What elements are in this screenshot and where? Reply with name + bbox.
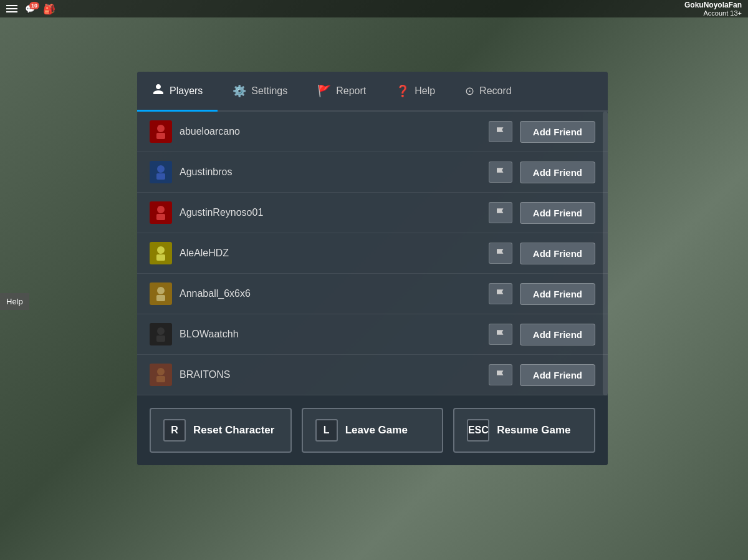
player-name: Annaball_6x6x6	[180, 288, 481, 299]
tab-bar: Players ⚙️ Settings 🚩 Report ❓ Help ⊙ Re…	[137, 72, 608, 112]
add-friend-button[interactable]: Add Friend	[520, 121, 595, 143]
player-name: BLOWaatchh	[180, 329, 481, 340]
tab-players-label: Players	[170, 85, 203, 97]
flag-button[interactable]	[489, 202, 512, 223]
player-row: Annaball_6x6x6 Add Friend	[137, 274, 608, 314]
help-side-button[interactable]: Help	[0, 293, 29, 310]
tab-record[interactable]: ⊙ Record	[450, 72, 527, 112]
player-avatar	[150, 120, 172, 143]
chat-button[interactable]: 💬 10	[25, 4, 36, 14]
settings-icon: ⚙️	[233, 84, 246, 98]
reset-character-label: Reset Character	[193, 424, 274, 437]
record-icon: ⊙	[465, 84, 474, 98]
top-bar-left: 💬 10 🎒	[6, 3, 55, 15]
add-friend-button[interactable]: Add Friend	[520, 202, 595, 224]
svg-rect-5	[156, 214, 165, 220]
add-friend-button[interactable]: Add Friend	[520, 364, 595, 386]
account-type: Account 13+	[684, 9, 742, 17]
player-list: abueloarcano Add Friend Agustinbros Add …	[137, 112, 608, 395]
add-friend-button[interactable]: Add Friend	[520, 283, 595, 305]
player-row: AleAleHDZ Add Friend	[137, 233, 608, 274]
scrollbar[interactable]	[603, 112, 608, 395]
player-avatar	[150, 242, 172, 264]
player-name: AleAleHDZ	[180, 248, 481, 259]
flag-button[interactable]	[489, 121, 512, 142]
svg-point-8	[157, 287, 165, 294]
tab-players[interactable]: Players	[137, 72, 218, 112]
player-rows-container: abueloarcano Add Friend Agustinbros Add …	[137, 112, 608, 395]
flag-button[interactable]	[489, 364, 512, 385]
svg-rect-3	[156, 173, 165, 180]
reset-character-button[interactable]: R Reset Character	[150, 408, 292, 453]
chat-badge: 10	[29, 2, 39, 9]
players-icon	[152, 83, 165, 99]
reset-key-badge: R	[163, 419, 186, 442]
player-name: AgustinReynoso01	[180, 207, 481, 218]
tab-help-label: Help	[415, 85, 435, 97]
add-friend-button[interactable]: Add Friend	[520, 324, 595, 345]
player-name: BRAITONS	[180, 369, 481, 380]
bottom-actions: R Reset Character L Leave Game ESC Resum…	[137, 395, 608, 465]
help-icon: ❓	[396, 84, 410, 98]
user-info: GokuNoyolaFan Account 13+	[684, 1, 742, 17]
leave-key-badge: L	[315, 419, 338, 442]
tab-settings[interactable]: ⚙️ Settings	[218, 72, 302, 112]
resume-key-badge: ESC	[467, 419, 489, 442]
player-row: BRAITONS Add Friend	[137, 355, 608, 395]
svg-rect-13	[156, 376, 165, 382]
svg-point-4	[157, 206, 165, 213]
report-icon: 🚩	[317, 84, 331, 98]
player-name: abueloarcano	[180, 126, 481, 137]
flag-button[interactable]	[489, 162, 512, 183]
player-avatar	[150, 161, 172, 183]
inventory-icon[interactable]: 🎒	[43, 3, 55, 15]
tab-report[interactable]: 🚩 Report	[302, 72, 381, 112]
player-row: Agustinbros Add Friend	[137, 152, 608, 193]
player-avatar	[150, 201, 172, 224]
add-friend-button[interactable]: Add Friend	[520, 162, 595, 183]
flag-button[interactable]	[489, 324, 512, 345]
resume-game-label: Resume Game	[497, 424, 570, 437]
tab-settings-label: Settings	[251, 85, 287, 97]
player-avatar	[150, 282, 172, 305]
player-row: AgustinReynoso01 Add Friend	[137, 193, 608, 233]
svg-rect-9	[156, 295, 165, 301]
player-row: abueloarcano Add Friend	[137, 112, 608, 152]
flag-button[interactable]	[489, 283, 512, 304]
svg-point-12	[157, 368, 165, 375]
resume-game-button[interactable]: ESC Resume Game	[453, 408, 595, 453]
tab-report-label: Report	[336, 85, 366, 97]
tab-help[interactable]: ❓ Help	[381, 72, 450, 112]
svg-rect-1	[156, 133, 165, 139]
hamburger-menu[interactable]	[6, 5, 17, 12]
svg-point-0	[157, 125, 165, 132]
svg-rect-11	[156, 336, 165, 342]
svg-point-6	[157, 246, 165, 254]
player-row: BLOWaatchh Add Friend	[137, 314, 608, 355]
svg-point-10	[157, 327, 165, 335]
leave-game-label: Leave Game	[345, 424, 408, 437]
leave-game-button[interactable]: L Leave Game	[302, 408, 444, 453]
svg-rect-7	[156, 254, 165, 261]
top-bar: 💬 10 🎒 GokuNoyolaFan Account 13+	[0, 0, 748, 17]
player-avatar	[150, 323, 172, 345]
menu-overlay: Players ⚙️ Settings 🚩 Report ❓ Help ⊙ Re…	[137, 72, 608, 465]
player-name: Agustinbros	[180, 167, 481, 178]
svg-point-2	[157, 165, 165, 173]
add-friend-button[interactable]: Add Friend	[520, 243, 595, 264]
player-avatar	[150, 364, 172, 386]
tab-record-label: Record	[479, 85, 512, 97]
flag-button[interactable]	[489, 243, 512, 264]
username: GokuNoyolaFan	[684, 1, 742, 9]
